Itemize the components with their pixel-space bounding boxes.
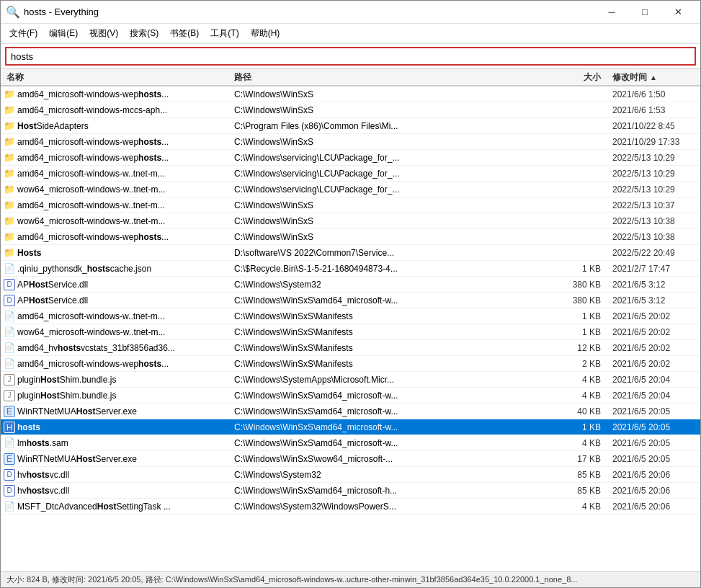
file-path-cell: C:\Program Files (x86)\Common Files\Mi..…: [231, 121, 556, 131]
file-name-text: wow64_microsoft-windows-w..tnet-m...: [17, 184, 165, 195]
js-icon: J: [4, 390, 15, 401]
table-row[interactable]: 📄lmhosts.samC:\Windows\WinSxS\amd64_micr…: [1, 435, 700, 451]
file-modified-cell: 2022/5/13 10:38: [607, 216, 700, 226]
table-row[interactable]: 📄amd64_microsoft-windows-wephosts...C:\W…: [1, 356, 700, 372]
table-row[interactable]: 📄MSFT_DtcAdvancedHostSettingTask ...C:\W…: [1, 499, 700, 514]
file-name-text: HostSideAdapters: [17, 121, 89, 131]
col-header-name[interactable]: 名称: [1, 71, 231, 84]
col-header-size[interactable]: 大小: [556, 71, 607, 84]
file-size-cell: 1 KB: [556, 327, 607, 337]
bold-match: Host: [29, 280, 48, 290]
maximize-button[interactable]: □: [628, 1, 661, 24]
table-row[interactable]: 📄amd64_microsoft-windows-w..tnet-m...C:\…: [1, 308, 700, 324]
file-name-cell: 📄MSFT_DtcAdvancedHostSettingTask ...: [1, 501, 231, 512]
file-path-cell: C:\Windows\WinSxS: [231, 89, 556, 99]
menu-item[interactable]: 搜索(S): [124, 25, 164, 42]
menu-item[interactable]: 帮助(H): [245, 25, 286, 42]
menu-bar: 文件(F)编辑(E)视图(V)搜索(S)书签(B)工具(T)帮助(H): [1, 24, 700, 44]
file-name-text: Hosts: [17, 248, 41, 258]
file-path-cell: C:\Windows\System32: [231, 470, 556, 480]
file-icon: 📄: [4, 263, 15, 275]
folder-icon: 📁: [4, 89, 15, 100]
col-header-path[interactable]: 路径: [231, 71, 556, 84]
file-modified-cell: 2021/6/5 20:06: [607, 470, 700, 480]
file-name-text: amd64_microsoft-windows-wephosts...: [17, 89, 169, 99]
menu-item[interactable]: 文件(F): [4, 25, 43, 42]
table-row[interactable]: JpluginHostShim.bundle.jsC:\Windows\Syst…: [1, 372, 700, 388]
file-path-cell: C:\Windows\WinSxS: [231, 105, 556, 115]
table-row[interactable]: Dhvhostsvc.dllC:\Windows\System3285 KB20…: [1, 467, 700, 483]
table-row[interactable]: 📁amd64_microsoft-windows-mccs-aph...C:\W…: [1, 102, 700, 118]
file-name-text: amd64_microsoft-windows-wephosts...: [17, 232, 169, 242]
table-row[interactable]: 📁HostSideAdaptersC:\Program Files (x86)\…: [1, 118, 700, 134]
table-row[interactable]: 📁amd64_microsoft-windows-wephosts...C:\W…: [1, 150, 700, 166]
table-row[interactable]: 📁amd64_microsoft-windows-w..tnet-m...C:\…: [1, 197, 700, 213]
table-row[interactable]: 📁amd64_microsoft-windows-wephosts...C:\W…: [1, 229, 700, 245]
folder-icon: 📁: [4, 104, 15, 116]
menu-item[interactable]: 工具(T): [205, 25, 244, 42]
menu-item[interactable]: 书签(B): [164, 25, 205, 42]
table-row[interactable]: 📁amd64_microsoft-windows-w..tnet-m...C:\…: [1, 166, 700, 182]
file-name-cell: JpluginHostShim.bundle.js: [1, 390, 231, 401]
table-row[interactable]: 📁HostsD:\software\VS 2022\Common7\Servic…: [1, 245, 700, 261]
bold-match: hosts: [138, 232, 161, 242]
search-input[interactable]: [5, 47, 696, 66]
minimize-button[interactable]: ─: [595, 1, 628, 24]
bold-match: Host: [17, 121, 37, 131]
folder-icon: 📁: [4, 136, 15, 148]
file-path-cell: C:\Windows\WinSxS\Manifests: [231, 359, 556, 369]
file-path-cell: C:\Windows\WinSxS\Manifests: [231, 343, 556, 353]
file-modified-cell: 2022/5/13 10:38: [607, 232, 700, 242]
results-list[interactable]: 📁amd64_microsoft-windows-wephosts...C:\W…: [1, 86, 700, 571]
table-row[interactable]: 📄.qiniu_pythonsdk_hostscache.jsonC:\$Rec…: [1, 261, 700, 277]
status-text: 大小: 824 B, 修改时间: 2021/6/5 20:05, 路径: C:\…: [6, 575, 577, 584]
file-name-cell: 📁Hosts: [1, 247, 231, 259]
bold-match: hosts: [27, 470, 50, 480]
file-name-text: amd64_microsoft-windows-w..tnet-m...: [17, 311, 165, 321]
file-name-cell: DAPHostService.dll: [1, 295, 231, 306]
file-name-cell: EWinRTNetMUAHostServer.exe: [1, 406, 231, 417]
folder-icon: 📁: [4, 152, 15, 164]
file-name-text: wow64_microsoft-windows-w..tnet-m...: [17, 216, 165, 226]
table-row[interactable]: 📁amd64_microsoft-windows-wephosts...C:\W…: [1, 86, 700, 102]
bold-match: Host: [76, 406, 96, 416]
file-name-text: WinRTNetMUAHostServer.exe: [17, 454, 137, 464]
file-path-cell: C:\Windows\WinSxS: [231, 137, 556, 147]
table-row[interactable]: 📄amd64_hvhostsvcstats_31bf3856ad36...C:\…: [1, 340, 700, 356]
file-path-cell: C:\Windows\WinSxS\amd64_microsoft-w...: [231, 406, 556, 416]
dll-icon: D: [4, 295, 15, 306]
table-row[interactable]: 📁wow64_microsoft-windows-w..tnet-m...C:\…: [1, 213, 700, 229]
table-row[interactable]: EWinRTNetMUAHostServer.exeC:\Windows\Win…: [1, 451, 700, 467]
table-row[interactable]: DAPHostService.dllC:\Windows\System32380…: [1, 277, 700, 293]
file-modified-cell: 2021/6/5 3:12: [607, 280, 700, 290]
file-path-cell: C:\$Recycle.Bin\S-1-5-21-1680494873-4...: [231, 264, 556, 274]
bold-match: Hosts: [17, 248, 41, 258]
table-row[interactable]: HhostsC:\Windows\WinSxS\amd64_microsoft-…: [1, 419, 700, 435]
file-modified-cell: 2022/5/13 10:29: [607, 153, 700, 163]
file-icon: 📄: [4, 326, 15, 338]
file-path-cell: C:\Windows\WinSxS\amd64_microsoft-w...: [231, 422, 556, 432]
js-icon: J: [4, 374, 15, 386]
file-name-cell: 📁amd64_microsoft-windows-wephosts...: [1, 152, 231, 164]
table-row[interactable]: DAPHostService.dllC:\Windows\WinSxS\amd6…: [1, 293, 700, 308]
file-icon: 📄: [4, 501, 15, 512]
table-row[interactable]: 📄wow64_microsoft-windows-w..tnet-m...C:\…: [1, 324, 700, 340]
file-size-cell: 4 KB: [556, 438, 607, 448]
file-modified-cell: 2021/6/5 20:05: [607, 406, 700, 416]
file-path-cell: C:\Windows\servicing\LCU\Package_for_...: [231, 169, 556, 179]
window-title: hosts - Everything: [24, 6, 595, 17]
table-row[interactable]: EWinRTNetMUAHostServer.exeC:\Windows\Win…: [1, 404, 700, 419]
menu-item[interactable]: 编辑(E): [43, 25, 84, 42]
table-row[interactable]: 📁amd64_microsoft-windows-wephosts...C:\W…: [1, 134, 700, 150]
close-button[interactable]: ✕: [661, 1, 695, 24]
exe-icon: E: [4, 406, 15, 417]
file-modified-cell: 2022/5/22 20:49: [607, 248, 700, 258]
col-header-modified[interactable]: 修改时间 ▲: [607, 71, 700, 84]
table-row[interactable]: 📁wow64_microsoft-windows-w..tnet-m...C:\…: [1, 182, 700, 197]
table-row[interactable]: JpluginHostShim.bundle.jsC:\Windows\WinS…: [1, 388, 700, 404]
file-modified-cell: 2021/6/5 20:02: [607, 343, 700, 353]
file-path-cell: C:\Windows\WinSxS\Manifests: [231, 311, 556, 321]
file-name-cell: 📄amd64_microsoft-windows-wephosts...: [1, 358, 231, 370]
menu-item[interactable]: 视图(V): [84, 25, 124, 42]
table-row[interactable]: Dhvhostsvc.dllC:\Windows\WinSxS\amd64_mi…: [1, 483, 700, 499]
